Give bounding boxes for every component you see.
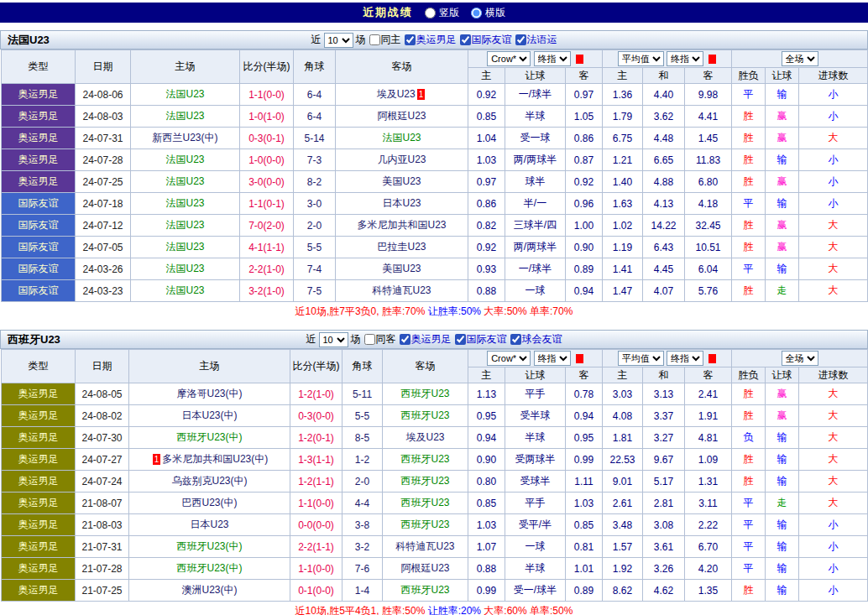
corners: 4-4	[342, 493, 383, 514]
comp-friendly-input[interactable]	[460, 34, 471, 45]
home-team[interactable]: 西班牙U23(中)	[129, 558, 290, 580]
result-overunder: 大	[799, 258, 868, 280]
score[interactable]: 7-0(2-0)	[240, 215, 294, 237]
away-team[interactable]: 阿根廷U23	[336, 106, 468, 128]
fulltime-select[interactable]: 全场	[782, 351, 818, 366]
home-team[interactable]: 西班牙U23(中)	[129, 536, 290, 558]
score[interactable]: 2-2(1-0)	[240, 258, 294, 280]
match-count-select[interactable]: 10	[324, 33, 353, 48]
home-team[interactable]: 摩洛哥U23(中)	[129, 383, 290, 405]
final-odds-select[interactable]: 终指	[534, 51, 571, 66]
comp-francophone-input[interactable]	[515, 34, 526, 45]
result-handicap: 走	[766, 280, 799, 302]
same-away-input[interactable]	[364, 334, 375, 345]
fulltime-select[interactable]: 全场	[782, 51, 818, 66]
away-team[interactable]: 美国U23	[336, 258, 468, 280]
bookmaker-select[interactable]: Crow*	[487, 351, 531, 366]
score[interactable]: 3-0(0-0)	[240, 171, 294, 193]
home-team[interactable]: 日本U23(中)	[129, 405, 290, 427]
score[interactable]: 1-3(1-1)	[290, 449, 342, 471]
same-home-checkbox[interactable]: 同主	[369, 33, 401, 47]
final-odds-select[interactable]: 终指	[534, 351, 571, 366]
home-team[interactable]: 1多米尼加共和国U23(中)	[129, 449, 290, 471]
home-team[interactable]: 法国U23	[131, 84, 240, 106]
bookmaker-select[interactable]: Crow*	[487, 51, 531, 66]
home-team[interactable]: 法国U23	[131, 193, 240, 215]
score[interactable]: 1-0(1-0)	[240, 106, 294, 128]
score[interactable]: 0-3(0-0)	[290, 405, 342, 427]
away-team[interactable]: 法国U23	[336, 128, 468, 149]
home-team[interactable]: 乌兹别克U23(中)	[129, 471, 290, 493]
final-odds-select[interactable]: 终指	[667, 51, 703, 66]
home-team[interactable]: 法国U23	[131, 215, 240, 237]
comp-club-friendly-input[interactable]	[510, 334, 521, 345]
score[interactable]: 1-2(0-1)	[290, 427, 342, 449]
score[interactable]: 0-3(0-1)	[240, 128, 294, 149]
home-team[interactable]: 法国U23	[131, 237, 240, 258]
radio-vertical-input[interactable]	[425, 8, 436, 18]
score[interactable]: 0-0(0-0)	[290, 514, 342, 536]
home-team[interactable]: 日本U23	[129, 514, 290, 536]
final-odds-select[interactable]: 终指	[667, 351, 703, 366]
away-team[interactable]: 西班牙U23	[383, 514, 468, 536]
away-team[interactable]: 西班牙U23	[383, 449, 468, 471]
summary-segment: 大率:60%	[481, 605, 527, 615]
comp-friendly-input[interactable]	[455, 334, 466, 345]
away-team[interactable]: 西班牙U23	[383, 493, 468, 514]
away-team[interactable]: 几内亚U23	[336, 149, 468, 171]
comp-checkbox-friendly[interactable]: 国际友谊	[454, 332, 507, 347]
home-team[interactable]: 法国U23	[131, 149, 240, 171]
score[interactable]: 2-2(1-1)	[290, 536, 342, 558]
home-team[interactable]: 法国U23	[131, 106, 240, 128]
away-team[interactable]: 埃及U231	[336, 84, 468, 106]
away-team[interactable]: 多米尼加共和国U23	[336, 215, 468, 237]
home-team[interactable]: 新西兰U23(中)	[131, 128, 240, 149]
home-team[interactable]: 法国U23	[131, 258, 240, 280]
score[interactable]: 3-2(1-0)	[240, 280, 294, 302]
away-team[interactable]: 埃及U23	[383, 427, 468, 449]
same-home-input[interactable]	[369, 34, 380, 45]
radio-horizontal-input[interactable]	[471, 8, 482, 18]
layout-radio-vertical[interactable]: 竖版	[425, 6, 459, 20]
match-row: 国际友谊24-03-23法国U233-2(1-0)7-5科特迪瓦U230.88一…	[2, 280, 868, 302]
score[interactable]: 1-1(0-0)	[290, 558, 342, 580]
home-team[interactable]: 巴西U23(中)	[129, 493, 290, 514]
score[interactable]: 4-1(1-1)	[240, 237, 294, 258]
away-team[interactable]: 美国U23	[336, 171, 468, 193]
away-team[interactable]: 阿根廷U23	[383, 558, 468, 580]
comp-checkbox-francophone[interactable]: 法语运	[515, 33, 557, 47]
result-overunder: 小	[799, 536, 868, 558]
away-team[interactable]: 巴拉圭U23	[336, 237, 468, 258]
score[interactable]: 1-0(0-0)	[240, 149, 294, 171]
away-team[interactable]: 日本U23	[336, 193, 468, 215]
away-team[interactable]: 西班牙U23	[383, 383, 468, 405]
home-team[interactable]: 澳洲U23(中)	[129, 580, 290, 602]
score[interactable]: 1-2(1-0)	[290, 383, 342, 405]
comp-olympic-input[interactable]	[405, 34, 416, 45]
comp-checkbox-friendly[interactable]: 国际友谊	[459, 33, 512, 47]
away-team[interactable]: 西班牙U23	[383, 405, 468, 427]
away-team[interactable]: 西班牙U23	[383, 471, 468, 493]
home-team[interactable]: 法国U23	[131, 280, 240, 302]
home-team[interactable]: 西班牙U23(中)	[129, 427, 290, 449]
same-away-checkbox[interactable]: 同客	[363, 332, 396, 347]
score[interactable]: 1-2(1-1)	[290, 471, 342, 493]
subcol-avg-home: 主	[603, 68, 643, 84]
match-count-select[interactable]: 10	[319, 332, 348, 347]
away-team[interactable]: 科特迪瓦U23	[383, 536, 468, 558]
layout-radio-horizontal[interactable]: 横版	[471, 6, 505, 20]
comp-checkbox-olympic[interactable]: 奥运男足	[399, 332, 452, 347]
handicap-line: 半球	[505, 558, 566, 580]
away-team[interactable]: 科特迪瓦U23	[336, 280, 468, 302]
score[interactable]: 1-1(0-1)	[240, 193, 294, 215]
home-team[interactable]: 法国U23	[131, 171, 240, 193]
score[interactable]: 1-1(0-0)	[240, 84, 294, 106]
comp-checkbox-club-friendly[interactable]: 球会友谊	[510, 332, 562, 347]
away-team[interactable]: 西班牙U23	[383, 580, 468, 602]
average-odds-select[interactable]: 平均值	[618, 51, 664, 66]
score[interactable]: 0-1(0-0)	[290, 580, 342, 602]
comp-olympic-input[interactable]	[400, 334, 410, 345]
average-odds-select[interactable]: 平均值	[618, 351, 664, 366]
score[interactable]: 1-1(0-0)	[290, 493, 342, 514]
comp-checkbox-olympic[interactable]: 奥运男足	[404, 33, 457, 47]
